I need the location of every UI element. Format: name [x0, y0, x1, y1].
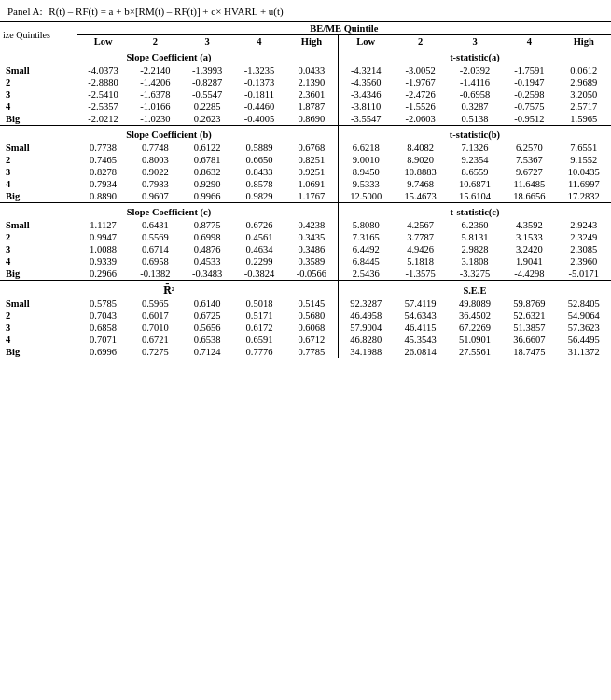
left-cell-3-3-3: 0.6591 [233, 334, 285, 346]
left-cell-3-1-3: 0.5171 [233, 309, 285, 322]
right-cell-0-0-1: -3.0052 [394, 64, 448, 76]
table-row: 20.99470.55690.69980.45610.34357.31653.7… [0, 231, 611, 243]
right-cell-0-4-2: 0.5138 [448, 113, 502, 126]
row-label: 4 [0, 101, 77, 113]
left-cell-2-2-2: 0.4876 [181, 243, 233, 255]
right-cell-3-1-4: 54.9064 [557, 309, 611, 322]
right-cell-2-4-3: -4.4298 [502, 268, 556, 281]
left-cell-3-1-4: 0.5680 [285, 309, 339, 322]
left-cell-1-4-1: 0.9607 [129, 190, 181, 203]
right-cell-2-3-3: 1.9041 [502, 255, 556, 268]
table-row: 20.70430.60170.67250.51710.568046.495854… [0, 309, 611, 322]
left-cell-3-2-3: 0.6172 [233, 322, 285, 334]
left-cell-3-1-1: 0.6017 [129, 309, 181, 322]
row-label: 2 [0, 154, 77, 166]
right-cell-3-2-3: 51.3857 [502, 322, 556, 334]
row-label: 2 [0, 76, 77, 89]
right-cell-0-1-3: -0.1947 [502, 76, 556, 89]
left-cell-2-2-1: 0.6714 [129, 243, 181, 255]
table-row: Big0.2966-0.1382-0.3483-0.3824-0.05662.5… [0, 268, 611, 281]
be-me-quintile-header: BE/ME Quintile [77, 22, 611, 35]
row-label: Big [0, 113, 77, 126]
right-cell-0-3-2: 0.3287 [448, 101, 502, 113]
table-row: Big0.69960.72750.71240.77760.778534.1988… [0, 346, 611, 358]
right-cell-3-0-0: 92.3287 [338, 297, 393, 309]
right-cell-1-3-2: 10.6871 [448, 178, 502, 190]
right-cell-3-0-4: 52.8405 [557, 297, 611, 309]
right-cell-1-2-0: 8.9450 [338, 166, 393, 178]
left-cell-3-0-4: 0.5145 [285, 297, 339, 309]
right-cell-2-2-1: 4.9426 [394, 243, 448, 255]
left-cell-0-1-0: -2.8880 [77, 76, 130, 89]
left-cell-3-2-1: 0.7010 [129, 322, 181, 334]
right-cell-3-4-4: 31.1372 [557, 346, 611, 358]
col-3-2: 3 [448, 35, 502, 48]
left-cell-0-0-0: -4.0373 [77, 64, 130, 76]
column-headers-row: Low 2 3 4 High Low 2 3 4 High [0, 35, 611, 48]
row-label: Small [0, 219, 77, 231]
left-cell-0-1-3: -0.1373 [233, 76, 285, 89]
left-cell-1-3-1: 0.7983 [129, 178, 181, 190]
left-cell-0-4-0: -2.0212 [77, 113, 130, 126]
right-cell-2-3-0: 6.8445 [338, 255, 393, 268]
right-cell-0-1-4: 2.9689 [557, 76, 611, 89]
row-label: 3 [0, 89, 77, 101]
right-cell-2-2-4: 2.3085 [557, 243, 611, 255]
right-cell-1-4-2: 15.6104 [448, 190, 502, 203]
right-cell-0-2-4: 3.2050 [557, 89, 611, 101]
row-label: 2 [0, 231, 77, 243]
left-cell-0-1-4: 2.1390 [285, 76, 339, 89]
left-cell-0-0-4: 0.0433 [285, 64, 339, 76]
left-cell-2-0-0: 1.1127 [77, 219, 130, 231]
table-row: 40.79340.79830.92900.85781.06919.53339.7… [0, 178, 611, 190]
left-cell-3-0-2: 0.6140 [181, 297, 233, 309]
left-cell-3-2-2: 0.5656 [181, 322, 233, 334]
panel-formula: R(t) – RF(t) = a + b×[RM(t) – RF(t)] + c… [49, 6, 283, 17]
left-cell-2-4-3: -0.3824 [233, 268, 285, 281]
right-cell-2-2-0: 6.4492 [338, 243, 393, 255]
right-cell-0-4-4: 1.5965 [557, 113, 611, 126]
left-cell-0-2-4: 2.3601 [285, 89, 339, 101]
right-cell-3-3-3: 36.6607 [502, 334, 556, 346]
right-cell-0-2-0: -3.4346 [338, 89, 393, 101]
left-cell-0-3-3: -0.4460 [233, 101, 285, 113]
left-cell-1-0-2: 0.6122 [181, 142, 233, 154]
left-cell-0-0-1: -2.2140 [129, 64, 181, 76]
left-cell-1-3-2: 0.9290 [181, 178, 233, 190]
row-label: Big [0, 268, 77, 281]
left-cell-1-1-2: 0.6781 [181, 154, 233, 166]
section-left-title-1: Slope Coefficient (b) [0, 126, 338, 143]
table-row: 40.70710.67210.65380.65910.671246.828045… [0, 334, 611, 346]
right-cell-0-0-0: -4.3214 [338, 64, 393, 76]
table-row: Small0.57850.59650.61400.50180.514592.32… [0, 297, 611, 309]
row-label: Big [0, 346, 77, 358]
left-cell-2-0-4: 0.4238 [285, 219, 339, 231]
left-cell-2-3-4: 0.3589 [285, 255, 339, 268]
right-cell-0-3-3: -0.7575 [502, 101, 556, 113]
right-cell-2-0-4: 2.9243 [557, 219, 611, 231]
row-label: Small [0, 64, 77, 76]
left-cell-0-1-1: -1.4206 [129, 76, 181, 89]
left-cell-2-1-1: 0.5569 [129, 231, 181, 243]
left-cell-0-3-4: 1.8787 [285, 101, 339, 113]
left-cell-3-2-0: 0.6858 [77, 322, 130, 334]
right-cell-2-0-1: 4.2567 [394, 219, 448, 231]
right-cell-1-1-0: 9.0010 [338, 154, 393, 166]
left-cell-0-2-0: -2.5410 [77, 89, 130, 101]
section-right-title-2: t-statistic(c) [338, 203, 611, 220]
row-label: 3 [0, 243, 77, 255]
right-cell-2-4-1: -1.3575 [394, 268, 448, 281]
left-cell-0-3-1: -1.0166 [129, 101, 181, 113]
right-cell-3-1-0: 46.4958 [338, 309, 393, 322]
col-3-1: 3 [181, 35, 233, 48]
right-cell-3-3-1: 45.3543 [394, 334, 448, 346]
right-cell-2-3-2: 3.1808 [448, 255, 502, 268]
left-cell-1-0-3: 0.5889 [233, 142, 285, 154]
section-right-title-3: S.E.E [338, 281, 611, 298]
left-cell-2-3-3: 0.2299 [233, 255, 285, 268]
table-row: Small1.11270.64310.87750.67260.42385.808… [0, 219, 611, 231]
right-cell-1-4-3: 18.6656 [502, 190, 556, 203]
right-cell-3-4-1: 26.0814 [394, 346, 448, 358]
left-cell-0-4-4: 0.8690 [285, 113, 339, 126]
left-cell-2-2-4: 0.3486 [285, 243, 339, 255]
